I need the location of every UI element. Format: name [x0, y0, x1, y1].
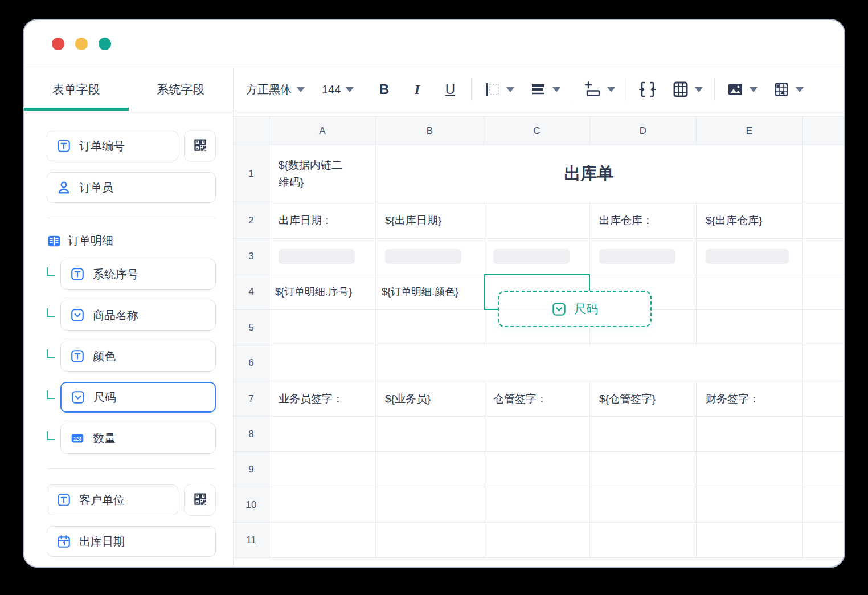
- underline-button[interactable]: U: [440, 81, 460, 97]
- dragging-field-chip-size[interactable]: 尺码: [498, 291, 652, 327]
- cell-A5[interactable]: [269, 310, 376, 345]
- cell-C3[interactable]: [484, 239, 590, 274]
- field-chip-serial[interactable]: 系统序号: [60, 259, 216, 290]
- row-header-1[interactable]: 1: [234, 145, 269, 202]
- cell-F3[interactable]: [803, 239, 845, 274]
- cell-A3[interactable]: [269, 239, 376, 274]
- cell-B1-E1-merged[interactable]: 出库单: [376, 145, 803, 202]
- cell-F2[interactable]: [803, 202, 845, 239]
- cell-E3[interactable]: [697, 239, 803, 274]
- cell-E2[interactable]: ${出库仓库}: [697, 202, 803, 239]
- tab-form-fields[interactable]: 表单字段: [24, 68, 129, 111]
- row-header-4[interactable]: 4: [234, 274, 269, 310]
- insert-image-button[interactable]: [726, 80, 758, 99]
- cell-F4[interactable]: [803, 274, 845, 310]
- cell-F1[interactable]: [803, 145, 845, 202]
- cell-C9[interactable]: [484, 452, 590, 487]
- cell-D3[interactable]: [590, 239, 697, 274]
- cell-B10[interactable]: [376, 487, 484, 523]
- cell-C7[interactable]: 仓管签字：: [484, 381, 590, 417]
- cell-F7[interactable]: [803, 381, 845, 417]
- qr-code-button-customer[interactable]: [184, 484, 216, 516]
- cell-E10[interactable]: [697, 487, 803, 523]
- cell-F10[interactable]: [803, 487, 845, 523]
- col-header-B[interactable]: B: [376, 117, 484, 145]
- field-chip-color[interactable]: 颜色: [60, 341, 216, 372]
- cell-B11[interactable]: [376, 523, 484, 558]
- row-header-11[interactable]: 11: [234, 523, 269, 558]
- col-header-C[interactable]: C: [484, 117, 590, 145]
- field-chip-product[interactable]: 商品名称: [60, 300, 216, 331]
- traffic-light-close-icon[interactable]: [52, 38, 64, 50]
- italic-button[interactable]: I: [407, 82, 427, 97]
- row-header-7[interactable]: 7: [234, 381, 269, 417]
- cell-D2[interactable]: 出库仓库：: [590, 202, 697, 239]
- col-header-A[interactable]: A: [269, 117, 376, 145]
- cell-A2[interactable]: 出库日期：: [269, 202, 376, 239]
- insert-row-button[interactable]: [584, 80, 615, 99]
- field-chip-order-no[interactable]: 订单编号: [47, 131, 178, 161]
- cell-A6[interactable]: [269, 345, 376, 381]
- tab-system-fields[interactable]: 系统字段: [129, 68, 234, 111]
- cell-E11[interactable]: [697, 523, 803, 558]
- cell-A4[interactable]: ${订单明细.序号}: [269, 274, 376, 310]
- cell-B5[interactable]: [376, 310, 484, 345]
- cell-D10[interactable]: [590, 487, 697, 523]
- cell-A10[interactable]: [269, 487, 376, 523]
- align-button[interactable]: [529, 80, 560, 99]
- traffic-light-minimize-icon[interactable]: [75, 38, 88, 50]
- font-family-select[interactable]: 方正黑体: [246, 82, 305, 97]
- cell-D7[interactable]: ${仓管签字}: [590, 381, 697, 417]
- cell-F9[interactable]: [803, 452, 845, 487]
- cell-F8[interactable]: [803, 417, 845, 452]
- cell-B7[interactable]: ${业务员}: [376, 381, 484, 417]
- field-chip-qty[interactable]: 123 数量: [60, 423, 216, 454]
- cell-E7[interactable]: 财务签字：: [697, 381, 803, 417]
- traffic-light-zoom-icon[interactable]: [99, 38, 111, 50]
- cell-C2[interactable]: [484, 202, 590, 239]
- cell-A11[interactable]: [269, 523, 376, 558]
- cell-A9[interactable]: [269, 452, 376, 487]
- row-header-6[interactable]: 6: [234, 345, 269, 381]
- cell-B2[interactable]: ${出库日期}: [376, 202, 484, 239]
- row-header-2[interactable]: 2: [234, 202, 269, 239]
- cell-F11[interactable]: [803, 523, 845, 558]
- col-header-F[interactable]: [803, 117, 845, 145]
- row-header-5[interactable]: 5: [234, 310, 269, 345]
- cell-E4[interactable]: [697, 274, 803, 310]
- cell-A8[interactable]: [269, 417, 376, 452]
- cell-A1[interactable]: ${数据内链二维码}: [269, 145, 376, 202]
- row-header-3[interactable]: 3: [234, 239, 269, 274]
- cell-D11[interactable]: [590, 523, 697, 558]
- row-header-9[interactable]: 9: [234, 452, 269, 487]
- cell-C10[interactable]: [484, 487, 590, 523]
- cell-F5[interactable]: [803, 310, 845, 345]
- corner-cell[interactable]: [234, 117, 269, 145]
- cell-B4[interactable]: ${订单明细.颜色}: [376, 274, 484, 310]
- font-size-select[interactable]: 144: [322, 83, 354, 96]
- col-header-D[interactable]: D: [590, 117, 697, 145]
- bold-button[interactable]: B: [374, 81, 394, 97]
- merge-cells-button[interactable]: [638, 80, 657, 99]
- cell-A7[interactable]: 业务员签字：: [269, 381, 376, 417]
- border-style-button[interactable]: [483, 80, 514, 99]
- cell-C8[interactable]: [484, 417, 590, 452]
- cell-E5[interactable]: [697, 310, 803, 345]
- cell-D9[interactable]: [590, 452, 697, 487]
- qr-code-button-order-no[interactable]: [184, 130, 216, 162]
- row-header-10[interactable]: 10: [234, 487, 269, 523]
- cell-B9[interactable]: [376, 452, 484, 487]
- cell-E9[interactable]: [697, 452, 803, 487]
- table-borders-button[interactable]: [672, 80, 703, 99]
- field-chip-out-date[interactable]: 出库日期: [47, 526, 216, 557]
- row-header-8[interactable]: 8: [234, 417, 269, 452]
- cell-C11[interactable]: [484, 523, 590, 558]
- cell-B6-E6-merged[interactable]: [376, 345, 803, 381]
- cell-B3[interactable]: [376, 239, 484, 274]
- cell-image-button[interactable]: [772, 80, 804, 99]
- field-chip-customer[interactable]: 客户单位: [47, 484, 178, 515]
- field-chip-size[interactable]: 尺码: [60, 382, 216, 413]
- cell-E8[interactable]: [697, 417, 803, 452]
- col-header-E[interactable]: E: [697, 117, 803, 145]
- cell-B8[interactable]: [376, 417, 484, 452]
